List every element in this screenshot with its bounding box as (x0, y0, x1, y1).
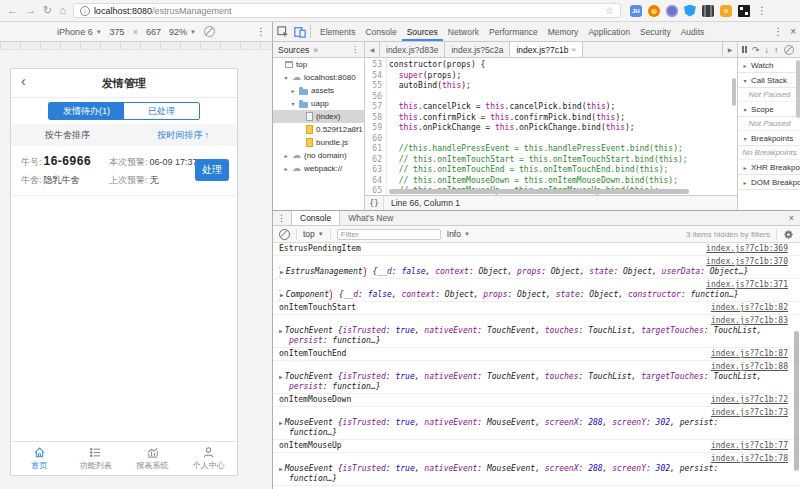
sidebar-scrollbar[interactable] (796, 60, 800, 118)
zoom-select[interactable]: 92%▼ (169, 27, 196, 37)
sort-by-time[interactable]: 按时间排序↑ (158, 129, 210, 142)
source-link[interactable]: index.js?7c1b:369 (706, 244, 788, 254)
tree-item-localhost-8080[interactable]: ▾☁localhost:8080 (273, 71, 364, 84)
debugger-section-xhr-breakpoints[interactable]: ▸XHR Breakpoints (738, 160, 800, 175)
back-icon[interactable]: ← (7, 5, 18, 16)
tabbar-home[interactable]: 首页 (11, 442, 68, 475)
tabbar-reports[interactable]: 报表系统 (124, 442, 181, 475)
code-area[interactable]: 53545556575859606162636465 constructor(p… (365, 58, 737, 196)
tree-item-top[interactable]: top (273, 58, 364, 71)
debugger-section-watch[interactable]: ▸Watch (738, 58, 800, 73)
page-info-icon[interactable]: i (80, 6, 90, 16)
devtools-tab-console[interactable]: Console (360, 22, 401, 41)
device-toolbar-menu-icon[interactable]: ⋮ (256, 27, 266, 37)
list-item[interactable]: 牛号:16-6966 本次预警:06-09 17:37 牛舍:隐乳牛舍 上次预警… (11, 146, 237, 196)
editor-tab[interactable]: index.js?7c1b× (510, 42, 583, 57)
step-out-icon[interactable]: ↑ (774, 45, 779, 55)
flame-extension-icon[interactable] (648, 5, 660, 17)
device-toolbar-toggle-icon[interactable] (294, 26, 306, 38)
sort-by-barn[interactable]: 按牛舍排序 (45, 129, 90, 142)
console-settings-icon[interactable] (783, 229, 794, 240)
deactivate-breakpoints-icon[interactable] (784, 45, 794, 55)
devtools-tab-performance[interactable]: Performance (484, 22, 543, 41)
editor-scrollbar[interactable] (732, 78, 736, 106)
shield-extension-icon[interactable] (684, 5, 696, 17)
devtools-tab-memory[interactable]: Memory (543, 22, 584, 41)
filter-input[interactable] (337, 229, 441, 240)
devtools-tab-network[interactable]: Network (443, 22, 484, 41)
drawer-tab-whats-new[interactable]: What's New (340, 211, 401, 225)
tree-item-bundle-js[interactable]: bundle.js (273, 136, 364, 149)
source-link[interactable]: index.js?7c1b:77 (711, 441, 788, 451)
reload-icon[interactable]: ↻ (43, 5, 52, 16)
bookmark-star-icon[interactable]: ☆ (605, 5, 614, 16)
drawer-menu-icon[interactable]: ⋮ (277, 214, 286, 223)
tab-pending[interactable]: 发情待办(1) (49, 103, 124, 119)
drawer-close-icon[interactable]: × (789, 213, 794, 223)
more-tabs-icon[interactable]: » (313, 45, 318, 55)
devtools-tab-sources[interactable]: Sources (402, 22, 443, 41)
editor-tab[interactable]: index.js?5c2a (445, 42, 510, 57)
tabbar-functions[interactable]: 功能列表 (68, 442, 125, 475)
source-link[interactable]: index.js?7c1b:371 (706, 280, 788, 289)
log-level-select[interactable]: Info▼ (447, 229, 470, 239)
tree-item-0-529f12a8f1[interactable]: 0.529f12a8f1 (273, 123, 364, 136)
tab-processed[interactable]: 已处理 (124, 103, 199, 119)
device-height[interactable]: 667 (146, 27, 161, 37)
expand-arrow-icon[interactable]: ▶ (279, 465, 283, 472)
puzzle-extension-icon[interactable] (720, 5, 732, 17)
tree-item--no-domain-[interactable]: ▸☁(no domain) (273, 149, 364, 162)
device-width[interactable]: 375 (110, 27, 125, 37)
browser-menu-icon[interactable]: ⋮ (757, 6, 767, 16)
console-scrollbar[interactable] (794, 331, 799, 471)
home-icon[interactable]: ⌂ (59, 5, 66, 16)
source-link[interactable]: index.js?7c1b:82 (711, 303, 788, 313)
devtools-tab-elements[interactable]: Elements (315, 22, 360, 41)
source-link[interactable]: index.js?7c1b:78 (711, 454, 788, 463)
throttle-icon[interactable] (204, 26, 215, 37)
handle-button[interactable]: 处理 (195, 159, 229, 181)
drawer-tab-console[interactable]: Console (291, 211, 340, 225)
address-bar[interactable]: i localhost:8080/estrusManagement ☆ (73, 3, 621, 18)
expand-arrow-icon[interactable]: ▶ (279, 373, 283, 380)
navigator-menu-icon[interactable]: ⋮ (351, 46, 359, 54)
horizontal-scrollbar[interactable] (389, 189, 689, 194)
debugger-section-call-stack[interactable]: ▾Call Stack (738, 73, 800, 88)
tabbar-profile[interactable]: 个人中心 (181, 442, 238, 475)
tab-close-icon[interactable]: × (571, 45, 576, 54)
tree-item-webpack-[interactable]: ▸☁webpack:// (273, 162, 364, 175)
expand-arrow-icon[interactable]: ▶ (279, 419, 283, 426)
expand-arrow-icon[interactable]: ▶ (279, 327, 283, 334)
editor-tab[interactable]: index.js?d83e (380, 42, 445, 57)
devtools-tab-audits[interactable]: Audits (676, 22, 710, 41)
source-link[interactable]: index.js?7c1b:87 (711, 349, 788, 359)
navigator-tab-sources[interactable]: Sources (278, 45, 309, 55)
tree-item-assets[interactable]: ▸assets (273, 84, 364, 97)
tree-item--index-[interactable]: (index) (273, 110, 364, 123)
globe-extension-icon[interactable] (666, 5, 678, 17)
step-over-icon[interactable]: ↷ (752, 45, 760, 55)
devtools-tab-application[interactable]: Application (583, 22, 635, 41)
tabs-scroll-right-icon[interactable]: ▶ (722, 42, 737, 57)
qr-extension-icon[interactable] (738, 5, 750, 17)
pause-script-icon[interactable] (742, 46, 747, 53)
debugger-section-scope[interactable]: ▾Scope (738, 102, 800, 117)
device-select[interactable]: iPhone 6▼ (57, 27, 101, 37)
film-extension-icon[interactable] (702, 5, 714, 17)
source-link[interactable]: index.js?7c1b:88 (711, 362, 788, 371)
devtools-menu-icon[interactable]: ⋮ (773, 27, 783, 37)
devtools-close-icon[interactable]: × (790, 26, 796, 37)
devtools-tab-security[interactable]: Security (635, 22, 676, 41)
step-into-icon[interactable]: ↓ (765, 45, 770, 55)
debugger-section-dom-breakpoints[interactable]: ▸DOM Breakpoints (738, 175, 800, 190)
expand-arrow-icon[interactable]: ▶ (280, 268, 284, 275)
inspect-element-icon[interactable] (277, 26, 289, 38)
source-link[interactable]: index.js?7c1b:83 (711, 316, 788, 325)
debugger-section-breakpoints[interactable]: ▾Breakpoints (738, 131, 800, 146)
source-link[interactable]: index.js?7c1b:370 (706, 257, 788, 266)
source-link[interactable]: index.js?7c1b:73 (711, 408, 788, 417)
tree-item-uapp[interactable]: ▾uapp (273, 97, 364, 110)
expand-arrow-icon[interactable]: ▶ (280, 291, 284, 298)
tabs-scroll-left-icon[interactable]: ◀ (365, 42, 380, 57)
jh-extension-icon[interactable]: JH (630, 5, 642, 17)
